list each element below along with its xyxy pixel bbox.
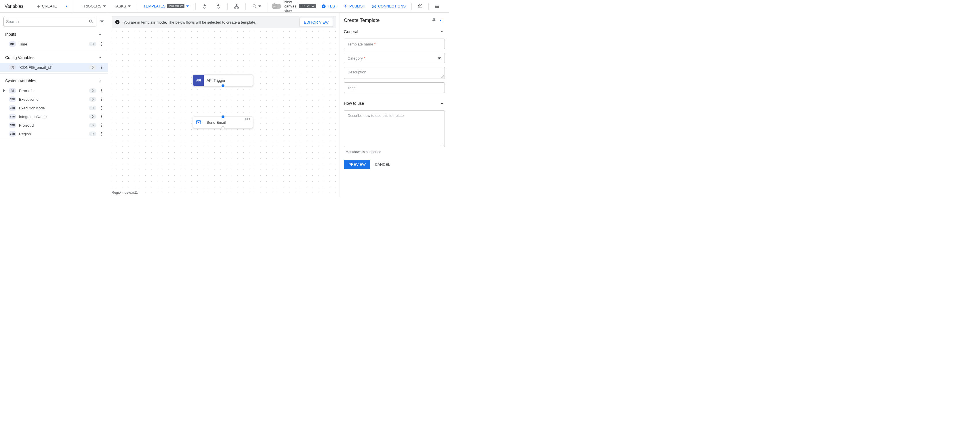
more-button[interactable] xyxy=(99,41,105,47)
publish-button[interactable]: PUBLISH xyxy=(342,3,367,10)
right-panel-actions: PREVIEW CANCEL xyxy=(340,154,449,175)
type-chip: STR xyxy=(9,114,16,119)
svg-rect-10 xyxy=(435,7,439,8)
config-list: [S]`CONFIG_email_id`0 xyxy=(0,63,108,72)
variable-name: ErrorInfo xyxy=(19,89,89,93)
description-label: Description xyxy=(348,70,366,74)
create-button[interactable]: CREATE xyxy=(34,2,59,10)
menu-button[interactable] xyxy=(433,2,441,11)
tasks-dropdown[interactable]: TASKS xyxy=(112,3,132,10)
templates-dropdown[interactable]: TEMPLATES PREVIEW xyxy=(142,3,191,10)
config-section-toggle[interactable]: Config Variables xyxy=(0,52,108,63)
search-box[interactable] xyxy=(3,17,96,27)
inputs-list: INTTime0 xyxy=(0,40,108,48)
tags-field[interactable]: Tags xyxy=(344,82,445,93)
redo-button[interactable] xyxy=(214,2,223,11)
pin-icon xyxy=(431,18,436,23)
usage-count: 0 xyxy=(89,97,96,102)
search-row xyxy=(0,13,108,29)
svg-point-28 xyxy=(101,118,102,118)
test-button-label: TEST xyxy=(328,4,337,8)
more-button[interactable] xyxy=(99,131,105,137)
triggers-label: TRIGGERS xyxy=(82,4,102,8)
analytics-button[interactable] xyxy=(416,2,425,11)
variable-row[interactable]: [S]`CONFIG_email_id`0 xyxy=(0,63,108,72)
chevron-up-icon xyxy=(439,100,445,106)
svg-point-17 xyxy=(101,89,102,90)
plus-icon xyxy=(36,4,41,9)
connections-button[interactable]: CONNECTIONS xyxy=(370,3,407,10)
variable-row[interactable]: STRExecutionMode0 xyxy=(0,104,108,112)
required-asterisk: * xyxy=(374,42,376,46)
usage-count: 0 xyxy=(89,65,96,70)
resize-handle[interactable] xyxy=(441,75,444,78)
connections-button-label: CONNECTIONS xyxy=(378,4,406,8)
variable-row[interactable]: STRProjectId0 xyxy=(0,121,108,129)
input-port[interactable] xyxy=(221,115,224,118)
cancel-button[interactable]: CANCEL xyxy=(375,162,390,167)
variable-row[interactable]: INTTime0 xyxy=(0,40,108,48)
templates-label: TEMPLATES xyxy=(143,4,165,8)
region-label: Region: us-east1 xyxy=(111,191,138,194)
how-to-use-field[interactable]: Describe how to use this template xyxy=(344,110,445,147)
create-button-label: CREATE xyxy=(42,4,57,8)
expand-arrow-icon[interactable] xyxy=(2,89,8,92)
category-label: Category xyxy=(348,56,364,61)
toggle-track xyxy=(272,4,282,9)
template-name-field[interactable]: Template name * xyxy=(344,38,445,49)
undo-button[interactable] xyxy=(200,2,209,11)
canvas[interactable]: You are in template mode. The below flow… xyxy=(108,13,339,197)
variable-row[interactable]: STRExecutionId0 xyxy=(0,95,108,104)
general-section-toggle[interactable]: General xyxy=(340,27,449,37)
more-button[interactable] xyxy=(99,105,105,111)
more-vert-icon xyxy=(99,106,104,110)
tags-label: Tags xyxy=(348,86,355,90)
variable-row[interactable]: STRIntegrationName0 xyxy=(0,112,108,121)
canvas-view-toggle[interactable] xyxy=(272,4,282,9)
system-section-toggle[interactable]: System Variables xyxy=(0,75,108,86)
output-port[interactable] xyxy=(221,126,224,129)
usage-count: 0 xyxy=(89,132,96,136)
preview-button[interactable]: PREVIEW xyxy=(344,160,370,169)
editor-view-button[interactable]: EDITOR VIEW xyxy=(299,18,333,27)
svg-point-19 xyxy=(101,92,102,92)
svg-point-6 xyxy=(372,7,374,8)
chevron-up-icon xyxy=(97,55,103,60)
canvas-grid xyxy=(108,29,339,197)
collapse-left-panel-button[interactable] xyxy=(63,4,68,9)
api-trigger-node[interactable]: API API Trigger xyxy=(193,75,253,86)
inputs-section-toggle[interactable]: Inputs xyxy=(0,29,108,40)
right-panel-header: Create Template xyxy=(340,13,449,27)
template-mode-banner: You are in template mode. The below flow… xyxy=(111,16,336,28)
more-button[interactable] xyxy=(99,88,105,94)
caret-down-icon xyxy=(438,57,441,60)
layout-button[interactable] xyxy=(232,2,241,11)
variable-row[interactable]: {J}ErrorInfo0 xyxy=(0,86,108,95)
more-button[interactable] xyxy=(99,114,105,119)
how-to-use-section-toggle[interactable]: How to use xyxy=(340,99,449,108)
send-email-node[interactable]: ID:1 Send Email xyxy=(193,116,253,128)
type-chip: {J} xyxy=(9,88,16,94)
variable-name: `CONFIG_email_id` xyxy=(19,65,89,70)
category-field[interactable]: Category * xyxy=(344,53,445,63)
resize-handle[interactable] xyxy=(441,143,444,146)
required-asterisk: * xyxy=(364,56,365,61)
triggers-dropdown[interactable]: TRIGGERS xyxy=(80,3,108,10)
general-section-title: General xyxy=(344,29,358,34)
expand-right-panel-button[interactable] xyxy=(438,17,445,24)
test-button[interactable]: TEST xyxy=(320,3,339,10)
tasks-label: TASKS xyxy=(114,4,126,8)
analytics-icon xyxy=(417,4,423,9)
caret-down-icon xyxy=(186,5,189,8)
type-chip: STR xyxy=(9,131,16,137)
expand-right-icon xyxy=(439,18,444,23)
search-input[interactable] xyxy=(6,19,89,24)
more-button[interactable] xyxy=(99,64,105,70)
more-button[interactable] xyxy=(99,96,105,102)
zoom-dropdown[interactable] xyxy=(250,2,263,11)
description-field[interactable]: Description xyxy=(344,67,445,79)
pin-button[interactable] xyxy=(430,17,438,24)
more-button[interactable] xyxy=(99,122,105,128)
filter-button[interactable] xyxy=(99,19,105,24)
variable-row[interactable]: STRRegion0 xyxy=(0,129,108,138)
